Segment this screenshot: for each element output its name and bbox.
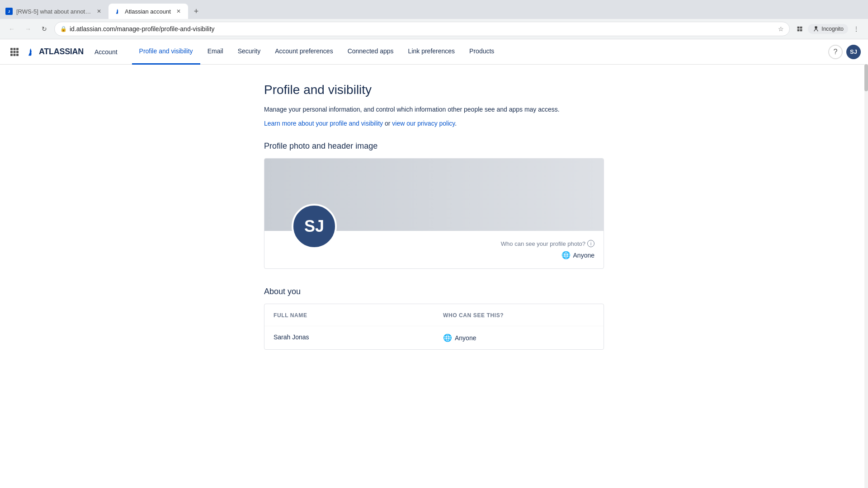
profile-photo-visibility-value[interactable]: 🌐 Anyone: [561, 251, 594, 259]
profile-header-background[interactable]: SJ: [264, 159, 604, 231]
about-card: Full name Who can see this? Sarah Jonas …: [264, 304, 604, 350]
scrollbar[interactable]: [864, 64, 868, 368]
profile-photo-section-title: Profile photo and header image: [264, 141, 604, 151]
nav-item-email[interactable]: Email: [200, 39, 231, 65]
nav-item-products[interactable]: Products: [462, 39, 501, 65]
privacy-link[interactable]: view our privacy policy: [392, 120, 455, 127]
url-bar[interactable]: 🔒 id.atlassian.com/manage-profile/profil…: [54, 22, 790, 36]
url-text: id.atlassian.com/manage-profile/profile-…: [70, 25, 775, 33]
main-nav: Profile and visibility Email Security Ac…: [132, 39, 828, 65]
svg-rect-1: [800, 27, 802, 29]
app-grid-button[interactable]: [7, 45, 22, 59]
user-avatar[interactable]: SJ: [846, 45, 861, 59]
or-text: or: [383, 120, 392, 127]
svg-rect-6: [10, 48, 13, 50]
about-row-full-name: Sarah Jonas 🌐 Anyone: [264, 326, 604, 349]
info-icon[interactable]: i: [587, 240, 594, 247]
incognito-label: Incognito: [821, 26, 844, 32]
svg-rect-14: [16, 54, 19, 56]
browser-chrome: J [RWS-5] what about annotations... ✕ At…: [0, 0, 868, 39]
atlassian-logo[interactable]: ATLASSIAN: [25, 47, 84, 57]
page-content: Profile and visibility Manage your perso…: [253, 65, 615, 368]
full-name-value-cell: Sarah Jonas: [264, 326, 434, 349]
full-name-header: Full name: [274, 312, 307, 319]
about-section-title: About you: [264, 287, 604, 296]
tab-1-close[interactable]: ✕: [95, 7, 103, 15]
profile-photo-card: SJ Who can see your profile photo? i 🌐 A…: [264, 158, 604, 269]
tab-2[interactable]: Atlassian account ✕: [108, 4, 188, 19]
who-can-see-header-cell: Who can see this?: [434, 304, 604, 326]
svg-rect-7: [14, 48, 16, 50]
menu-button[interactable]: ⋮: [850, 23, 863, 35]
help-button[interactable]: ?: [828, 45, 843, 59]
profile-photo-visibility-label: Who can see your profile photo? i: [501, 240, 594, 247]
tab-1-favicon: J: [5, 8, 13, 15]
svg-rect-11: [16, 51, 19, 53]
tab-2-title: Atlassian account: [125, 8, 171, 15]
period: .: [455, 120, 457, 127]
nav-item-account-preferences[interactable]: Account preferences: [268, 39, 340, 65]
svg-rect-0: [797, 27, 800, 29]
tab-2-close[interactable]: ✕: [175, 7, 183, 15]
refresh-button[interactable]: ↻: [38, 23, 51, 35]
full-name-visibility-cell[interactable]: 🌐 Anyone: [434, 326, 604, 349]
browser-actions: Incognito ⋮: [793, 23, 863, 35]
svg-rect-5: [815, 26, 817, 27]
atlassian-logo-text: ATLASSIAN: [39, 47, 84, 56]
page-title: Profile and visibility: [264, 83, 604, 97]
globe-icon: 🌐: [561, 251, 571, 259]
profile-avatar-large[interactable]: SJ: [292, 204, 337, 249]
lock-icon: 🔒: [60, 26, 67, 32]
nav-item-link-preferences[interactable]: Link preferences: [401, 39, 462, 65]
nav-right: ? SJ: [828, 45, 861, 59]
tab-bar: J [RWS-5] what about annotations... ✕ At…: [0, 0, 868, 19]
full-name-visibility[interactable]: 🌐 Anyone: [443, 333, 594, 342]
extensions-button[interactable]: [793, 23, 806, 35]
full-name-header-cell: Full name: [264, 304, 434, 326]
profile-photo-visibility-control: Who can see your profile photo? i 🌐 Anyo…: [501, 240, 594, 259]
product-name: Account: [94, 48, 118, 56]
full-name-globe-icon: 🌐: [443, 333, 452, 342]
learn-more-link[interactable]: Learn more about your profile and visibi…: [264, 120, 383, 127]
nav-item-security[interactable]: Security: [231, 39, 268, 65]
new-tab-button[interactable]: +: [190, 5, 203, 18]
svg-rect-12: [10, 54, 13, 56]
svg-rect-13: [14, 54, 16, 56]
scrollbar-thumb[interactable]: [864, 64, 868, 91]
who-can-see-header: Who can see this?: [443, 312, 504, 319]
full-name-value: Sarah Jonas: [274, 333, 309, 341]
nav-item-connected-apps[interactable]: Connected apps: [340, 39, 401, 65]
app-navigation: ATLASSIAN Account Profile and visibility…: [0, 39, 868, 65]
back-button[interactable]: ←: [5, 23, 18, 35]
svg-rect-3: [800, 29, 802, 32]
tab-1[interactable]: J [RWS-5] what about annotations... ✕: [0, 4, 108, 19]
tab-2-favicon: [114, 8, 121, 15]
profile-avatar-container: SJ: [292, 204, 337, 249]
svg-rect-2: [797, 29, 800, 32]
svg-rect-8: [16, 48, 19, 50]
page-description: Manage your personal information, and co…: [264, 104, 604, 114]
nav-item-profile-and-visibility[interactable]: Profile and visibility: [132, 39, 200, 65]
forward-button[interactable]: →: [22, 23, 34, 35]
page-links: Learn more about your profile and visibi…: [264, 120, 604, 127]
svg-rect-9: [10, 51, 13, 53]
address-bar: ← → ↻ 🔒 id.atlassian.com/manage-profile/…: [0, 19, 868, 39]
incognito-indicator[interactable]: Incognito: [808, 24, 848, 34]
bookmark-icon[interactable]: ☆: [778, 25, 784, 33]
tab-1-title: [RWS-5] what about annotations...: [16, 8, 91, 15]
svg-rect-10: [14, 51, 16, 53]
about-row-header: Full name Who can see this?: [264, 304, 604, 326]
